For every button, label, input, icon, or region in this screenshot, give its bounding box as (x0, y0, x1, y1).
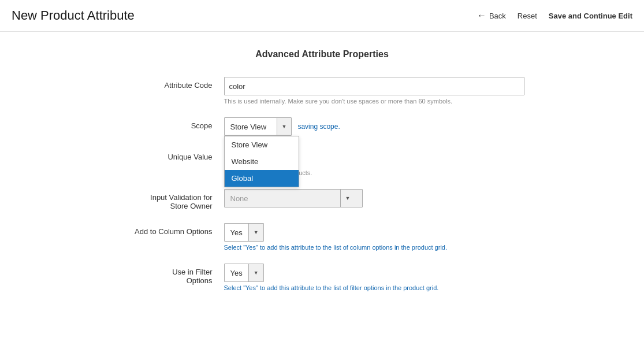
scope-option-store-view[interactable]: Store View (225, 136, 299, 153)
unique-value-label: Unique Value (97, 149, 224, 161)
input-validation-select-text: None (225, 194, 340, 203)
add-to-column-select-text: Yes (225, 228, 248, 237)
add-to-column-note: Select "Yes" to add this attribute to th… (224, 244, 524, 251)
scope-select-text: Store View (225, 123, 277, 131)
add-to-column-select-wrapper: Yes (224, 223, 264, 242)
page-wrapper: New Product Attribute ← Back Reset Save … (0, 0, 644, 341)
add-to-column-dropdown-arrow-icon[interactable] (248, 224, 263, 241)
page-content: Advanced Attribute Properties Attribute … (0, 32, 644, 321)
scope-select[interactable]: Store View (224, 117, 292, 136)
scope-row: Scope Store View Store View Website (97, 117, 548, 136)
back-label: Back (489, 12, 506, 20)
use-in-filter-dropdown-arrow-icon[interactable] (248, 264, 263, 281)
use-in-filter-label: Use in FilterOptions (97, 264, 224, 285)
scope-option-website[interactable]: Website (225, 153, 299, 170)
scope-saving-note: saving scope. (297, 123, 340, 131)
use-in-filter-field: Yes Select "Yes" to add this attribute t… (224, 264, 548, 291)
attribute-code-label: Attribute Code (97, 77, 224, 90)
save-continue-button[interactable]: Save and Continue Edit (549, 12, 632, 20)
use-in-filter-select-text: Yes (225, 269, 248, 277)
scope-field: Store View Store View Website Global sav… (224, 117, 548, 136)
header-actions: ← Back Reset Save and Continue Edit (477, 10, 632, 21)
attribute-code-field: This is used internally. Make sure you d… (224, 77, 548, 105)
page-header: New Product Attribute ← Back Reset Save … (0, 0, 644, 32)
scope-option-global[interactable]: Global (225, 170, 299, 187)
back-arrow-icon: ← (477, 10, 486, 21)
input-validation-select-wrapper: None (224, 189, 363, 207)
attribute-code-note: This is used internally. Make sure you d… (224, 98, 524, 105)
form-container: Attribute Code This is used internally. … (97, 77, 548, 291)
input-validation-dropdown-arrow-icon[interactable] (340, 190, 355, 207)
scope-dropdown-arrow-icon[interactable] (277, 118, 292, 135)
add-to-column-select[interactable]: Yes (224, 223, 264, 242)
use-in-filter-row: Use in FilterOptions Yes Select "Yes" to… (97, 264, 548, 291)
scope-dropdown-menu: Store View Website Global (224, 136, 299, 187)
back-button[interactable]: ← Back (477, 10, 506, 21)
add-to-column-field: Yes Select "Yes" to add this attribute t… (224, 223, 548, 251)
unique-value-row: Unique Value No Not shared with other pr… (97, 149, 548, 176)
page-title: New Product Attribute (12, 8, 135, 23)
scope-select-wrapper: Store View Store View Website Global (224, 117, 292, 136)
scope-label: Scope (97, 117, 224, 130)
attribute-code-row: Attribute Code This is used internally. … (97, 77, 548, 105)
input-validation-label: Input Validation forStore Owner (97, 189, 224, 210)
add-to-column-label: Add to Column Options (97, 223, 224, 236)
input-validation-select[interactable]: None (224, 189, 363, 207)
input-validation-row: Input Validation forStore Owner None (97, 189, 548, 210)
use-in-filter-note: Select "Yes" to add this attribute to th… (224, 284, 524, 291)
use-in-filter-select[interactable]: Yes (224, 264, 264, 282)
attribute-code-input[interactable] (224, 77, 524, 95)
use-in-filter-select-wrapper: Yes (224, 264, 264, 282)
reset-button[interactable]: Reset (518, 12, 537, 20)
section-title: Advanced Attribute Properties (12, 49, 632, 60)
add-to-column-row: Add to Column Options Yes Select "Yes" t… (97, 223, 548, 251)
input-validation-field: None (224, 189, 548, 207)
